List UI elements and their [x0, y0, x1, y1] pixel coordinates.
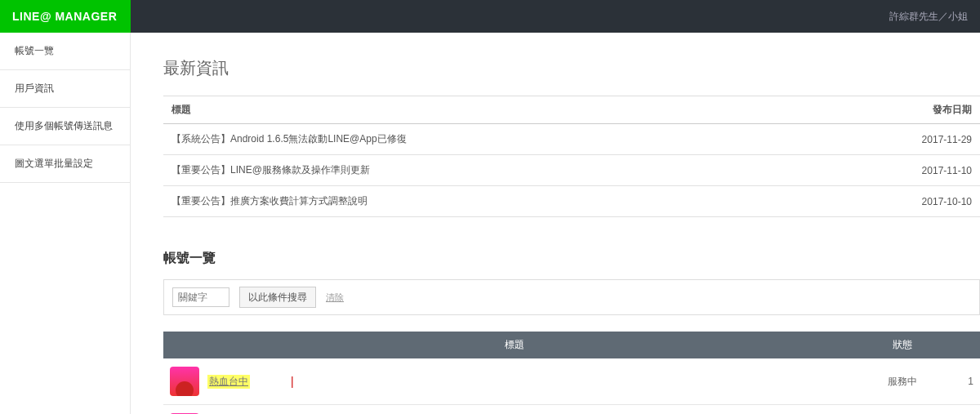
news-row-title: 【重要公告】LINE@服務條款及操作準則更新 [163, 155, 882, 186]
news-row[interactable]: 【重要公告】LINE@服務條款及操作準則更新 2017-11-10 [163, 155, 980, 186]
news-row-date: 2017-10-10 [882, 186, 980, 217]
sidebar: 帳號一覽 用戶資訊 使用多個帳號傳送訊息 圖文選單批量設定 [0, 33, 131, 414]
acct-col-title: 標題 [163, 332, 866, 358]
search-clear-link[interactable]: 清除 [326, 292, 344, 304]
news-row[interactable]: 【重要公告】推廣方案收費計算方式調整說明 2017-10-10 [163, 186, 980, 217]
news-row-title: 【重要公告】推廣方案收費計算方式調整說明 [163, 186, 882, 217]
account-status: 服務中 [866, 405, 939, 415]
table-row: 熱血台中 服務中 434 [163, 405, 980, 415]
account-count: 1 [939, 358, 980, 405]
avatar [170, 367, 199, 396]
top-bar: 許綜群先生／小姐 [131, 0, 980, 33]
search-button[interactable]: 以此條件搜尋 [239, 287, 316, 308]
main-content: 最新資訊 標題 發布日期 【系統公告】Android 1.6.5無法啟動LINE… [131, 33, 980, 414]
accounts-table: 標題 狀態 熱血台中 | 服務中 1 [163, 332, 980, 414]
search-bar: 以此條件搜尋 清除 [163, 279, 980, 315]
accounts-heading: 帳號一覽 [163, 250, 980, 267]
table-row: 熱血台中 | 服務中 1 [163, 358, 980, 405]
sidebar-item-rich-menu[interactable]: 圖文選單批量設定 [0, 145, 130, 183]
news-row-date: 2017-11-10 [882, 155, 980, 186]
account-name-link[interactable]: 熱血台中 [207, 375, 250, 389]
news-row-title: 【系統公告】Android 1.6.5無法啟動LINE@App已修復 [163, 124, 882, 155]
sidebar-item-accounts[interactable]: 帳號一覽 [0, 33, 130, 70]
sidebar-item-user-info[interactable]: 用戶資訊 [0, 70, 130, 108]
search-input[interactable] [172, 287, 229, 307]
news-col-date: 發布日期 [882, 96, 980, 124]
acct-col-status: 狀態 [866, 332, 939, 358]
news-heading: 最新資訊 [163, 57, 980, 79]
news-row[interactable]: 【系統公告】Android 1.6.5無法啟動LINE@App已修復 2017-… [163, 124, 980, 155]
highlight-caret: | [291, 375, 294, 388]
brand-logo: LINE@ MANAGER [0, 0, 131, 33]
current-user-name: 許綜群先生／小姐 [889, 10, 968, 24]
sidebar-item-multi-send[interactable]: 使用多個帳號傳送訊息 [0, 108, 130, 145]
news-col-title: 標題 [163, 96, 882, 124]
account-status: 服務中 [866, 358, 939, 405]
acct-col-num [939, 332, 980, 358]
account-count: 434 [939, 405, 980, 415]
news-table: 標題 發布日期 【系統公告】Android 1.6.5無法啟動LINE@App已… [163, 96, 980, 217]
news-row-date: 2017-11-29 [882, 124, 980, 155]
